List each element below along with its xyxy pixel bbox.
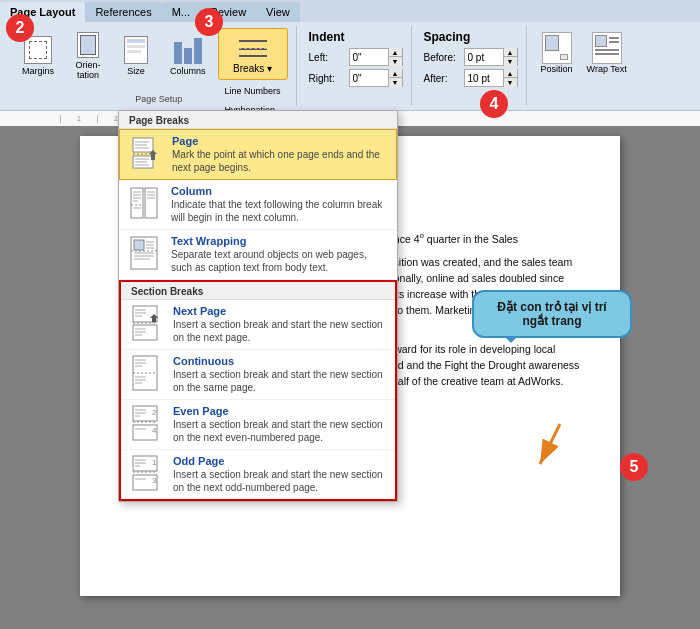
indent-right-label: Right: xyxy=(309,73,345,84)
break-oddpage-desc: Insert a section break and start the new… xyxy=(173,468,385,494)
svg-text:4: 4 xyxy=(152,426,157,435)
indent-right-up[interactable]: ▲ xyxy=(388,69,402,78)
indent-right-down[interactable]: ▼ xyxy=(388,78,402,87)
size-button[interactable]: Size xyxy=(114,28,158,84)
break-nextpage-item[interactable]: Next Page Insert a section break and sta… xyxy=(121,300,395,350)
indent-left-down[interactable]: ▼ xyxy=(388,57,402,66)
columns-button[interactable]: Columns xyxy=(162,28,214,84)
svg-text:1: 1 xyxy=(152,458,157,467)
break-evenpage-item[interactable]: 2 4 Even Page Insert a section break and… xyxy=(121,400,395,450)
orientation-btn-group: Orien-tation xyxy=(66,28,110,84)
position-button[interactable]: Position xyxy=(537,30,577,76)
doc-para-1-text2: quarter in the Sales xyxy=(424,233,518,245)
break-nextpage-icon xyxy=(131,305,163,341)
spacing-after-row: After: ▲ ▼ xyxy=(424,69,518,87)
step-4-circle: 4 xyxy=(480,90,508,118)
tab-view[interactable]: View xyxy=(256,2,300,22)
breaks-button[interactable]: Breaks ▾ xyxy=(218,28,288,80)
breaks-dropdown: Page Breaks Page Mark the point at which… xyxy=(118,110,398,502)
spacing-after-down[interactable]: ▼ xyxy=(503,78,517,87)
break-evenpage-text: Even Page Insert a section break and sta… xyxy=(173,405,385,444)
break-evenpage-title: Even Page xyxy=(173,405,385,417)
oddpage-svg: 1 3 xyxy=(132,455,162,491)
spacing-before-input[interactable] xyxy=(465,49,503,65)
indent-group: Indent Left: ▲ ▼ Right: ▲ ▼ xyxy=(301,26,412,106)
break-textwrapping-desc: Separate text around objects on web page… xyxy=(171,248,387,274)
wrap-text-icon xyxy=(592,32,622,64)
spacing-before-up[interactable]: ▲ xyxy=(503,48,517,57)
columns-label: Columns xyxy=(170,66,206,76)
orange-arrow xyxy=(520,419,580,481)
break-continuous-icon xyxy=(131,355,163,391)
break-continuous-item[interactable]: Continuous Insert a section break and st… xyxy=(121,350,395,400)
break-page-desc: Mark the point at which one page ends an… xyxy=(172,148,386,174)
orientation-button[interactable]: Orien-tation xyxy=(66,28,110,84)
break-page-item[interactable]: Page Mark the point at which one page en… xyxy=(119,129,397,180)
spacing-after-up[interactable]: ▲ xyxy=(503,69,517,78)
svg-text:2: 2 xyxy=(152,408,157,417)
wrap-text-button[interactable]: Wrap Text xyxy=(583,30,631,76)
arrange-group: Position Wrap Text xyxy=(531,26,637,106)
continuous-svg xyxy=(132,355,162,391)
size-btn-group: Size xyxy=(114,28,158,84)
svg-line-67 xyxy=(540,424,560,464)
spacing-after-input[interactable] xyxy=(465,70,503,86)
indent-right-row: Right: ▲ ▼ xyxy=(309,69,403,87)
tooltip-bubble: Đặt con trỏ tại vị trí ngắt trang xyxy=(472,290,632,338)
breaks-icon xyxy=(239,35,267,63)
indent-left-spinner-btns: ▲ ▼ xyxy=(388,48,402,66)
break-column-item[interactable]: Column Indicate that the text following … xyxy=(119,180,397,230)
section-breaks-container: Section Breaks Next Page xyxy=(119,280,397,501)
ribbon-tabs: Page Layout References M... Review View xyxy=(0,0,700,22)
indent-left-input[interactable] xyxy=(350,49,388,65)
margins-icon xyxy=(24,36,52,64)
spacing-group: Spacing Before: ▲ ▼ After: ▲ ▼ xyxy=(416,26,527,106)
spacing-before-spinner-btns: ▲ ▼ xyxy=(503,48,517,66)
indent-left-label: Left: xyxy=(309,52,345,63)
break-textwrapping-text: Text Wrapping Separate text around objec… xyxy=(171,235,387,274)
step-3-circle: 3 xyxy=(195,8,223,36)
break-oddpage-text: Odd Page Insert a section break and star… xyxy=(173,455,385,494)
indent-right-input[interactable] xyxy=(350,70,388,86)
break-textwrapping-icon xyxy=(129,235,161,271)
break-evenpage-desc: Insert a section break and start the new… xyxy=(173,418,385,444)
spacing-before-down[interactable]: ▼ xyxy=(503,57,517,66)
spacing-after-spinner-btns: ▲ ▼ xyxy=(503,69,517,87)
evenpage-svg: 2 4 xyxy=(132,405,162,441)
position-icon xyxy=(542,32,572,64)
spacing-before-row: Before: ▲ ▼ xyxy=(424,48,518,66)
ribbon: Page Layout References M... Review View … xyxy=(0,0,700,111)
page-setup-group: Margins Orien-tation xyxy=(6,26,297,106)
page-breaks-title: Page Breaks xyxy=(119,111,397,129)
step-5-circle: 5 xyxy=(620,453,648,481)
svg-rect-22 xyxy=(134,240,144,250)
tab-references[interactable]: References xyxy=(85,2,161,22)
columns-icon xyxy=(174,36,202,64)
break-nextpage-desc: Insert a section break and start the new… xyxy=(173,318,385,344)
orientation-label: Orien-tation xyxy=(76,60,101,80)
break-nextpage-text: Next Page Insert a section break and sta… xyxy=(173,305,385,344)
spacing-before-spinner[interactable]: ▲ ▼ xyxy=(464,48,518,66)
svg-text:3: 3 xyxy=(152,476,157,485)
break-evenpage-icon: 2 4 xyxy=(131,405,163,441)
break-textwrapping-item[interactable]: Text Wrapping Separate text around objec… xyxy=(119,230,397,280)
indent-right-spinner-btns: ▲ ▼ xyxy=(388,69,402,87)
arrow-svg xyxy=(520,419,580,479)
spacing-after-spinner[interactable]: ▲ ▼ xyxy=(464,69,518,87)
break-continuous-title: Continuous xyxy=(173,355,385,367)
break-oddpage-item[interactable]: 1 3 Odd Page Insert a section break and … xyxy=(121,450,395,499)
size-label: Size xyxy=(127,66,145,76)
break-textwrapping-title: Text Wrapping xyxy=(171,235,387,247)
indent-left-row: Left: ▲ ▼ xyxy=(309,48,403,66)
step-2-circle: 2 xyxy=(6,14,34,42)
indent-left-spinner[interactable]: ▲ ▼ xyxy=(349,48,403,66)
size-icon xyxy=(124,36,148,64)
ribbon-content: Margins Orien-tation xyxy=(0,22,700,110)
position-label: Position xyxy=(541,64,573,74)
indent-right-spinner[interactable]: ▲ ▼ xyxy=(349,69,403,87)
wrap-text-label: Wrap Text xyxy=(587,64,627,74)
break-oddpage-icon: 1 3 xyxy=(131,455,163,491)
spacing-after-label: After: xyxy=(424,73,460,84)
indent-left-up[interactable]: ▲ xyxy=(388,48,402,57)
column-break-svg xyxy=(130,186,160,220)
